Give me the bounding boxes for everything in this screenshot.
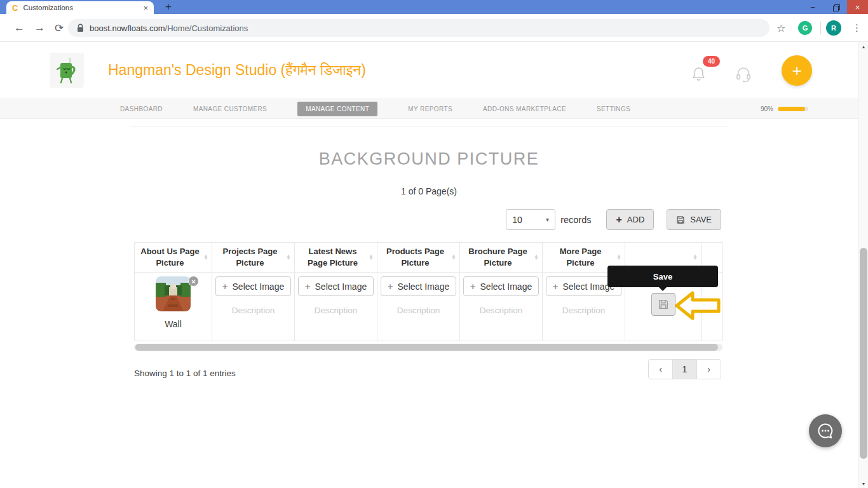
business-logo bbox=[50, 53, 84, 88]
description-input-more[interactable] bbox=[546, 306, 620, 315]
mug-character-icon bbox=[53, 56, 81, 85]
window-controls: − × bbox=[801, 0, 868, 14]
hscrollbar-thumb[interactable] bbox=[135, 344, 718, 351]
col-header-label: Latest News Page Picture bbox=[308, 247, 358, 268]
scrollbar-down-icon[interactable]: ▼ bbox=[858, 479, 868, 488]
cell-products-picture: +Select Image bbox=[377, 273, 460, 341]
pagination-next-button[interactable]: › bbox=[696, 359, 721, 379]
sort-icon: ▲▼ bbox=[369, 255, 374, 261]
plus-icon: + bbox=[616, 215, 621, 225]
records-per-page-value: 10 bbox=[512, 215, 522, 225]
nav-item-dashboard[interactable]: DASHBOARD bbox=[120, 105, 163, 112]
back-icon[interactable]: ← bbox=[14, 14, 25, 42]
scrollbar-thumb[interactable] bbox=[860, 248, 867, 459]
new-tab-button[interactable]: + bbox=[165, 0, 172, 14]
sort-icon: ▲▼ bbox=[286, 255, 291, 261]
plus-icon: + bbox=[470, 281, 476, 291]
add-button[interactable]: + ADD bbox=[606, 209, 654, 230]
pagination-page-1[interactable]: 1 bbox=[672, 359, 697, 379]
bookmark-star-icon[interactable]: ☆ bbox=[776, 14, 785, 42]
browser-tab[interactable]: C Customizations × bbox=[6, 1, 154, 14]
col-header-projects[interactable]: Projects Page Picture▲▼ bbox=[212, 243, 295, 273]
nav-progress-fill bbox=[778, 107, 805, 111]
nav-item-manage-customers[interactable]: MANAGE CUSTOMERS bbox=[193, 105, 267, 112]
url-text: boost.nowfloats.com/Home/Customizations bbox=[90, 24, 248, 33]
browser-titlebar: C Customizations × + − × bbox=[0, 0, 868, 14]
table-controls: 10 ▾ records + ADD SAVE bbox=[131, 209, 727, 230]
col-header-latest-news[interactable]: Latest News Page Picture▲▼ bbox=[295, 243, 377, 273]
select-image-label: Select Image bbox=[233, 281, 285, 292]
nav-item-my-reports[interactable]: MY REPORTS bbox=[408, 105, 452, 112]
lock-icon bbox=[77, 24, 84, 32]
bell-icon bbox=[691, 65, 706, 82]
entries-summary: Showing 1 to 1 of 1 entries bbox=[134, 369, 236, 378]
select-image-button-products[interactable]: +Select Image bbox=[381, 276, 456, 296]
select-image-button-projects[interactable]: +Select Image bbox=[215, 276, 291, 296]
image-caption: Wall bbox=[135, 319, 212, 329]
add-button-label: ADD bbox=[627, 215, 644, 224]
refresh-icon[interactable]: ⟳ bbox=[55, 14, 64, 42]
description-input-projects[interactable] bbox=[216, 306, 290, 315]
plus-icon: + bbox=[553, 281, 559, 291]
col-header-products[interactable]: Products Page Picture▲▼ bbox=[377, 243, 460, 273]
select-image-label: Select Image bbox=[398, 281, 450, 292]
scrollbar-up-icon[interactable]: ▲ bbox=[858, 42, 868, 51]
minimize-button[interactable]: − bbox=[801, 0, 824, 14]
pagination-prev-button[interactable]: ‹ bbox=[648, 359, 673, 379]
sort-icon: ▲▼ bbox=[616, 255, 621, 261]
description-input-brochure[interactable] bbox=[464, 306, 538, 315]
select-image-button-brochure[interactable]: +Select Image bbox=[463, 276, 539, 296]
plus-icon: + bbox=[305, 281, 311, 291]
nav-item-settings[interactable]: SETTINGS bbox=[597, 105, 630, 112]
chat-widget-button[interactable] bbox=[809, 414, 842, 447]
plus-icon: + bbox=[388, 281, 393, 291]
col-header-label: Products Page Picture bbox=[386, 247, 444, 268]
save-tooltip: Save bbox=[607, 266, 718, 287]
profile-avatar[interactable]: R bbox=[826, 20, 841, 36]
site-favicon: C bbox=[12, 4, 18, 12]
sort-icon: ▲▼ bbox=[451, 255, 456, 261]
nav-item-manage-content[interactable]: MANAGE CONTENT bbox=[297, 102, 377, 116]
tab-close-icon[interactable]: × bbox=[143, 3, 148, 13]
select-image-button-latest-news[interactable]: +Select Image bbox=[298, 276, 374, 296]
support-button[interactable] bbox=[735, 66, 752, 85]
restore-button[interactable] bbox=[824, 0, 847, 14]
content-divider bbox=[131, 126, 727, 126]
profile-completion: 90% bbox=[761, 99, 808, 118]
background-picture-table-zone: About Us Page Picture▲▼ Projects Page Pi… bbox=[131, 242, 727, 379]
notifications-button[interactable] bbox=[691, 65, 707, 83]
records-label: records bbox=[560, 215, 591, 225]
url-domain: boost.nowfloats.com bbox=[90, 24, 165, 33]
grammarly-extension-icon[interactable]: G bbox=[798, 21, 812, 35]
profile-completion-label: 90% bbox=[761, 105, 773, 112]
app-header: Hangman's Design Studio (हैंगमैन डिजाइन)… bbox=[0, 42, 858, 98]
row-save-button[interactable] bbox=[651, 293, 675, 316]
url-path: /Home/Customizations bbox=[165, 24, 248, 33]
col-header-about-us[interactable]: About Us Page Picture▲▼ bbox=[135, 243, 212, 273]
remove-image-button[interactable]: × bbox=[188, 276, 199, 287]
description-input-products[interactable] bbox=[381, 306, 455, 315]
add-fab-button[interactable]: + bbox=[782, 55, 812, 86]
description-input-latest-news[interactable] bbox=[299, 306, 372, 315]
browser-toolbar: ← → ⟳ boost.nowfloats.com/Home/Customiza… bbox=[0, 14, 868, 42]
close-button[interactable]: × bbox=[847, 0, 868, 14]
restore-icon bbox=[833, 4, 839, 10]
col-header-brochure[interactable]: Brochure Page Picture▲▼ bbox=[460, 243, 543, 273]
sort-icon: ▲▼ bbox=[203, 255, 208, 261]
nav-items: DASHBOARD MANAGE CUSTOMERS MANAGE CONTEN… bbox=[120, 99, 630, 118]
save-button[interactable]: SAVE bbox=[667, 209, 721, 230]
table-horizontal-scrollbar[interactable] bbox=[134, 344, 722, 351]
cell-projects-picture: +Select Image bbox=[212, 273, 295, 341]
app-navbar: DASHBOARD MANAGE CUSTOMERS MANAGE CONTEN… bbox=[0, 98, 858, 119]
page-scrollbar[interactable]: ▲ ▼ bbox=[858, 42, 868, 488]
browser-menu-icon[interactable]: ⋮ bbox=[852, 14, 862, 42]
select-caret-icon: ▾ bbox=[546, 216, 549, 223]
forward-icon[interactable]: → bbox=[34, 14, 45, 42]
sort-icon: ▲▼ bbox=[534, 255, 539, 261]
address-bar[interactable]: boost.nowfloats.com/Home/Customizations bbox=[68, 19, 770, 37]
records-per-page-select[interactable]: 10 ▾ bbox=[506, 209, 555, 230]
tab-title: Customizations bbox=[23, 4, 138, 11]
page-content: BACKGROUND PICTURE 1 of 0 Page(s) 10 ▾ r… bbox=[0, 119, 858, 488]
nav-item-addons-marketplace[interactable]: ADD-ONS MARKETPLACE bbox=[483, 105, 566, 112]
notification-count-badge: 40 bbox=[703, 56, 720, 67]
